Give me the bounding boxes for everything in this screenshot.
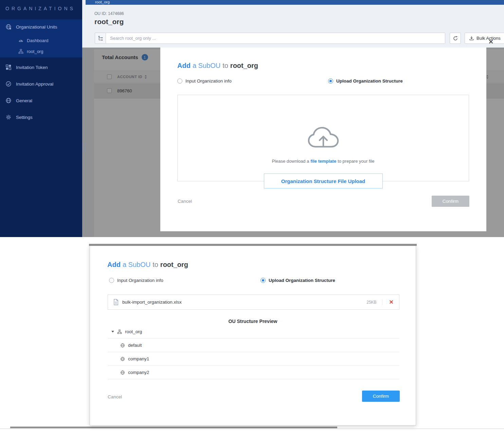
organization-structure-file-upload-button[interactable]: Organization Structure File Upload: [264, 174, 383, 188]
ou-id-value: 1474686: [108, 11, 124, 16]
refresh-button[interactable]: [450, 33, 461, 44]
tree-row-child[interactable]: company2: [108, 366, 399, 379]
sidebar-item-label: Settings: [16, 115, 33, 120]
ou-structure-tree: root_org default company1 company2: [108, 325, 399, 379]
file-dropzone[interactable]: Please download afile templateto prepare…: [177, 95, 469, 181]
modal-title: Adda SubOUtoroot_org: [107, 261, 188, 269]
title-to: to: [152, 261, 158, 268]
file-template-link[interactable]: file template: [310, 159, 336, 164]
sidebar-item-general[interactable]: General: [0, 95, 82, 106]
radio-label: Input Organization info: [117, 278, 163, 283]
tree-view-button[interactable]: [95, 33, 106, 44]
horizontal-scrollbar-thumb[interactable]: [10, 427, 337, 428]
radio-label: Upload Organization Structure: [336, 78, 403, 84]
sidebar-item-dashboard[interactable]: Dashboard: [0, 35, 82, 46]
check-circle-icon: [5, 81, 12, 87]
topbar-tab-root-org[interactable]: root_org: [95, 0, 110, 4]
remove-file-icon[interactable]: ✕: [382, 300, 394, 305]
title-org: root_org: [160, 261, 188, 268]
add-subou-upload-modal: Adda SubOUtoroot_org Input Organization …: [160, 48, 486, 231]
sidebar-item-invitation-token[interactable]: Invitation Token: [0, 62, 82, 72]
org-icon: [120, 343, 125, 348]
title-subou: a SubOU: [193, 62, 220, 69]
tree-node-label: company2: [128, 370, 149, 375]
refresh-icon: [453, 36, 458, 41]
title-org: root_org: [230, 62, 258, 69]
cancel-button[interactable]: Cancel: [108, 394, 122, 399]
tree-icon: [98, 36, 103, 41]
file-name: bulk-import_organization.xlsx: [122, 300, 366, 305]
sidebar-item-invitation-approval[interactable]: Invitation Approval: [0, 79, 82, 89]
sidebar-item-label: Organizational Units: [16, 24, 57, 30]
org-units-globe-icon: [5, 24, 12, 30]
page-title: root_org: [94, 18, 124, 26]
radio-upload-organization-structure[interactable]: Upload Organization Structure: [328, 78, 403, 84]
file-document-icon: [113, 299, 119, 305]
sidebar-item-settings[interactable]: Settings: [0, 112, 82, 122]
horizontal-scrollbar-track: [0, 429, 504, 429]
sidebar-item-label: root_org: [27, 49, 43, 54]
radio-input-organization-info[interactable]: Input Organization info: [177, 78, 232, 84]
sidebar-resize-grip[interactable]: [83, 143, 86, 153]
org-icon: [117, 329, 122, 334]
radio-circle-selected-icon[interactable]: [328, 78, 333, 84]
bulk-actions-button[interactable]: Bulk Actions: [465, 33, 504, 44]
modal-title: Adda SubOUtoroot_org: [177, 62, 258, 70]
ou-id-label: OU ID:: [94, 11, 107, 16]
title-add: Add: [177, 62, 191, 69]
radio-circle-selected-icon[interactable]: [260, 278, 266, 283]
cloud-upload-icon: [306, 126, 340, 150]
org-icon: [120, 357, 125, 361]
tree-node-label: default: [128, 343, 142, 348]
title-subou: a SubOU: [123, 261, 150, 268]
radio-label: Upload Organization Structure: [269, 278, 335, 283]
tree-row-child[interactable]: default: [108, 339, 399, 352]
sidebar-item-label: Invitation Approval: [16, 82, 53, 87]
sidebar-item-label: General: [16, 98, 32, 103]
dashboard-icon: [18, 38, 23, 43]
confirm-button[interactable]: Confirm: [362, 391, 400, 402]
file-size: 25KB: [366, 300, 376, 305]
modal-top-strip: [89, 244, 417, 246]
sidebar-item-label: Invitation Token: [16, 65, 48, 70]
tree-node-label: root_org: [125, 329, 142, 334]
tree-row-child[interactable]: company1: [108, 352, 399, 366]
confirm-button-disabled[interactable]: Confirm: [432, 196, 469, 207]
tree-row-root[interactable]: root_org: [108, 325, 399, 339]
title-add: Add: [107, 261, 121, 268]
org-icon: [18, 49, 23, 54]
title-to: to: [222, 62, 228, 69]
topbar: root_org: [86, 0, 504, 5]
gear-icon: [5, 114, 12, 120]
hint-prefix: Please download a: [272, 159, 309, 164]
sidebar-item-label: Dashboard: [27, 38, 49, 43]
search-input[interactable]: [106, 33, 445, 44]
sidebar-item-organizational-units[interactable]: Organizational Units: [0, 22, 82, 32]
radio-upload-organization-structure[interactable]: Upload Organization Structure: [260, 278, 335, 283]
template-hint: Please download afile templateto prepare…: [178, 159, 469, 164]
cancel-button[interactable]: Cancel: [178, 199, 192, 204]
sidebar: ORGANIZATIONS Organizational Units Dashb…: [0, 0, 82, 237]
org-icon: [120, 370, 125, 375]
tree-node-label: company1: [128, 356, 149, 361]
uploaded-file-row: bulk-import_organization.xlsx 25KB ✕: [108, 294, 399, 310]
ou-id: OU ID: 1474686: [94, 11, 124, 16]
close-icon[interactable]: ✕: [488, 39, 493, 45]
hint-suffix: to prepare your file: [338, 159, 374, 164]
add-subou-preview-modal: Adda SubOUtoroot_org Input Organization …: [90, 246, 416, 426]
radio-circle-icon[interactable]: [109, 278, 114, 283]
caret-down-icon[interactable]: [111, 331, 114, 332]
app-title: ORGANIZATIONS: [5, 6, 75, 11]
radio-label: Input Organization info: [185, 78, 232, 84]
token-grid-icon: [5, 64, 12, 70]
sidebar-item-root-org[interactable]: root_org: [0, 46, 82, 56]
radio-input-organization-info[interactable]: Input Organization info: [109, 278, 163, 283]
download-icon: [469, 36, 474, 40]
radio-circle-icon[interactable]: [177, 78, 182, 84]
ou-structure-preview-title: OU Structure Preview: [90, 319, 416, 324]
globe-icon: [5, 97, 12, 104]
